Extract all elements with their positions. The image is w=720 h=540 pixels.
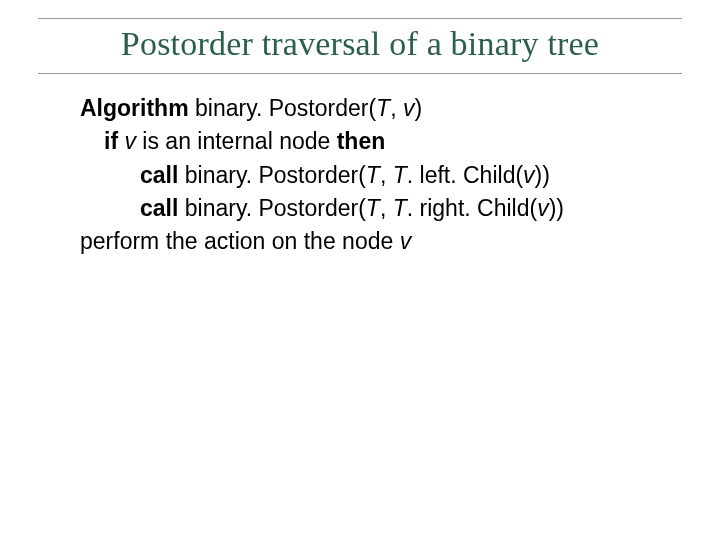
algo-line-if: if v is an internal node then: [104, 125, 682, 158]
algo-line-signature: Algorithm binary. Postorder(T, v): [80, 92, 682, 125]
algo-line-action: perform the action on the node v: [80, 225, 682, 258]
keyword-then: then: [337, 128, 386, 154]
title-rule-box: Postorder traversal of a binary tree: [38, 18, 682, 74]
text: ): [414, 95, 422, 121]
algorithm-body: Algorithm binary. Postorder(T, v) if v i…: [80, 92, 682, 259]
algo-line-call-left: call binary. Postorder(T, T. left. Child…: [140, 159, 682, 192]
text: ,: [380, 195, 393, 221]
text: . right. Child(: [407, 195, 537, 221]
var-v: v: [124, 128, 136, 154]
arg-v: v: [403, 95, 415, 121]
text: is an internal node: [136, 128, 337, 154]
slide-title: Postorder traversal of a binary tree: [38, 25, 682, 63]
text: )): [535, 162, 550, 188]
keyword-call: call: [140, 162, 178, 188]
text: ,: [390, 95, 403, 121]
text: )): [549, 195, 564, 221]
keyword-algorithm: Algorithm: [80, 95, 189, 121]
algo-line-call-right: call binary. Postorder(T, T. right. Chil…: [140, 192, 682, 225]
var-t: T: [366, 195, 380, 221]
var-t: T: [393, 195, 407, 221]
var-t: T: [366, 162, 380, 188]
var-v: v: [400, 228, 412, 254]
text: ,: [380, 162, 393, 188]
var-v: v: [523, 162, 535, 188]
arg-t: T: [376, 95, 390, 121]
var-t: T: [393, 162, 407, 188]
text: binary. Postorder(: [178, 195, 365, 221]
slide: Postorder traversal of a binary tree Alg…: [0, 18, 720, 540]
var-v: v: [537, 195, 549, 221]
keyword-if: if: [104, 128, 124, 154]
keyword-call: call: [140, 195, 178, 221]
text: perform the action on the node: [80, 228, 400, 254]
text: . left. Child(: [407, 162, 523, 188]
text: binary. Postorder(: [189, 95, 376, 121]
text: binary. Postorder(: [178, 162, 365, 188]
